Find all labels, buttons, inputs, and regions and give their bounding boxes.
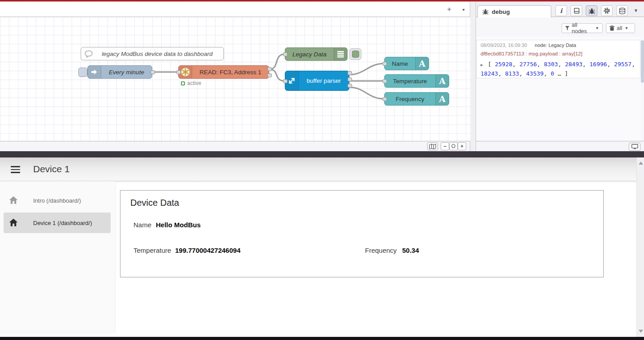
buffer-parser-label: buffer parser (299, 77, 349, 84)
read-input-port[interactable] (176, 70, 181, 74)
layers-icon (619, 8, 626, 14)
add-flow-button[interactable]: + (443, 4, 455, 14)
buffer-parser-node[interactable]: buffer parser (285, 71, 349, 91)
dashboard-header: Device 1 (0, 157, 636, 181)
window-bottom-strip (0, 337, 644, 340)
inject-node[interactable]: Every minute (87, 65, 152, 79)
debug-msg-path: df8ecbd817357113 : msg.payload : array[1… (481, 51, 582, 56)
parser-output-port-3[interactable] (348, 84, 352, 88)
screen: + ▾ legacy ModBus device data to dashboa… (0, 0, 644, 340)
bug-icon (588, 8, 595, 14)
sidebar-item-device-1[interactable]: Device 1 (/dashboard/) (4, 212, 111, 233)
home-icon (9, 218, 18, 227)
chevron-down-icon: ▼ (595, 26, 599, 30)
config-sidebar-button[interactable] (601, 5, 613, 16)
zoom-out-button[interactable]: − (441, 142, 449, 150)
comment-node-label: legacy ModBus device data to dashboard (96, 51, 218, 57)
debug-timestamp: 08/09/2023, 16:09:30 (481, 42, 527, 48)
field-name-label: Name (133, 221, 151, 229)
node-status: active (181, 80, 201, 86)
modbus-read-label: READ: FC3, Address 1 (192, 69, 269, 76)
parser-input-port[interactable] (283, 79, 288, 83)
field-frequency-value: 50.34 (402, 246, 419, 254)
debug-clear-button[interactable]: all ▼ (606, 23, 635, 33)
home-icon (9, 196, 18, 204)
text-a-icon: A (435, 75, 449, 87)
text-a-icon: A (415, 57, 429, 70)
sidebar-splitter[interactable] (470, 2, 476, 151)
parser-output-port-2[interactable] (348, 77, 352, 81)
status-text: active (187, 80, 201, 86)
tab-debug-label: debug (492, 8, 510, 15)
ui-name-input-port[interactable] (382, 62, 387, 66)
zoom-reset-button[interactable]: O (449, 142, 458, 150)
field-frequency-label: Frequency (365, 246, 397, 254)
parser-output-port-1[interactable] (348, 71, 352, 75)
debug-node-label: Legacy Data (285, 51, 334, 58)
funnel-icon (565, 26, 570, 30)
read-output-port-1[interactable] (267, 67, 272, 71)
flow-list-button[interactable]: ▾ (458, 4, 469, 14)
debug-clear-label: all (617, 25, 623, 31)
comment-node[interactable]: legacy ModBus device data to dashboard (81, 47, 224, 60)
modbus-read-node[interactable]: READ: FC3, Address 1 (178, 65, 269, 79)
window-divider (0, 151, 644, 157)
ui-temperature-input-port[interactable] (382, 79, 387, 83)
debug-sidebar-button[interactable] (586, 5, 597, 16)
sidebar-tabs-overflow-button[interactable]: ▼ (634, 8, 638, 13)
read-output-port-2[interactable] (267, 73, 272, 77)
ui-frequency-input-port[interactable] (382, 97, 387, 101)
ui-text-node-name[interactable]: Name A (384, 57, 429, 70)
debug-scrollbar-thumb[interactable] (641, 40, 644, 83)
sidebar-item-label: Device 1 (/dashboard/) (33, 220, 92, 226)
flow-canvas: legacy ModBus device data to dashboard E… (0, 17, 470, 141)
text-a-icon: A (435, 93, 449, 105)
debug-node-legacy-data[interactable]: Legacy Data (285, 47, 348, 61)
debug-source-node: node: Legacy Data (535, 42, 576, 48)
gear-icon (603, 7, 610, 14)
navigator-button[interactable] (427, 142, 438, 150)
dashboard-sidebar: Intro (/dashboard/) Device 1 (/dashboard… (0, 181, 116, 334)
book-icon (573, 8, 580, 14)
scroll-down-icon[interactable] (639, 330, 643, 333)
debug-filter-label: all nodes (572, 22, 593, 34)
menu-icon[interactable] (11, 166, 20, 173)
sidebar-footer (476, 141, 644, 151)
field-temperature-label: Temperature (133, 246, 171, 254)
inject-trigger-button[interactable] (78, 68, 87, 77)
expand-payload-button[interactable]: ▶ (481, 63, 484, 67)
editor-footer: − O + (0, 141, 470, 151)
card-title: Device Data (130, 198, 179, 208)
sidebar-item-intro[interactable]: Intro (/dashboard/) (4, 190, 111, 211)
field-temperature-value: 199.77000427246094 (175, 246, 240, 254)
inject-arrow-icon (88, 66, 101, 78)
ui-text-node-temperature[interactable]: Temperature A (384, 74, 449, 88)
status-ok-icon (181, 81, 185, 85)
monitor-icon (631, 144, 638, 149)
debug-message: 08/09/2023, 16:09:30 node: Legacy Data d… (477, 40, 640, 78)
info-sidebar-button[interactable]: i (555, 5, 567, 16)
debug-sidebar: debug i ▼ all nodes ▼ (476, 2, 644, 151)
tab-debug[interactable]: debug (477, 5, 551, 17)
field-name-value: Hello ModBus (156, 221, 201, 229)
inject-output-port[interactable] (150, 70, 155, 74)
dashboard: Device 1 Intro (/dashboard/) Device 1 (/… (0, 157, 636, 337)
trash-icon (610, 26, 614, 31)
flow-tabbar: + ▾ (0, 2, 470, 17)
sidebar-tabbar: debug i ▼ (476, 2, 644, 17)
dashboard-scrollbar[interactable] (636, 157, 644, 337)
comment-icon (81, 50, 96, 58)
debug-lines-icon (334, 48, 347, 60)
chevron-down-icon: ▼ (625, 26, 629, 30)
ui-temperature-label: Temperature (385, 78, 435, 85)
debug-input-port[interactable] (283, 52, 288, 56)
debug-enable-toggle[interactable] (349, 48, 361, 60)
help-sidebar-button[interactable] (571, 5, 582, 16)
zoom-in-button[interactable]: + (458, 142, 466, 150)
ui-frequency-label: Frequency (385, 96, 435, 102)
debug-filter-button[interactable]: all nodes ▼ (562, 23, 603, 33)
open-debug-window-button[interactable] (629, 143, 640, 151)
scroll-up-icon[interactable] (639, 162, 643, 165)
ui-text-node-frequency[interactable]: Frequency A (384, 92, 449, 106)
context-sidebar-button[interactable] (616, 5, 628, 16)
